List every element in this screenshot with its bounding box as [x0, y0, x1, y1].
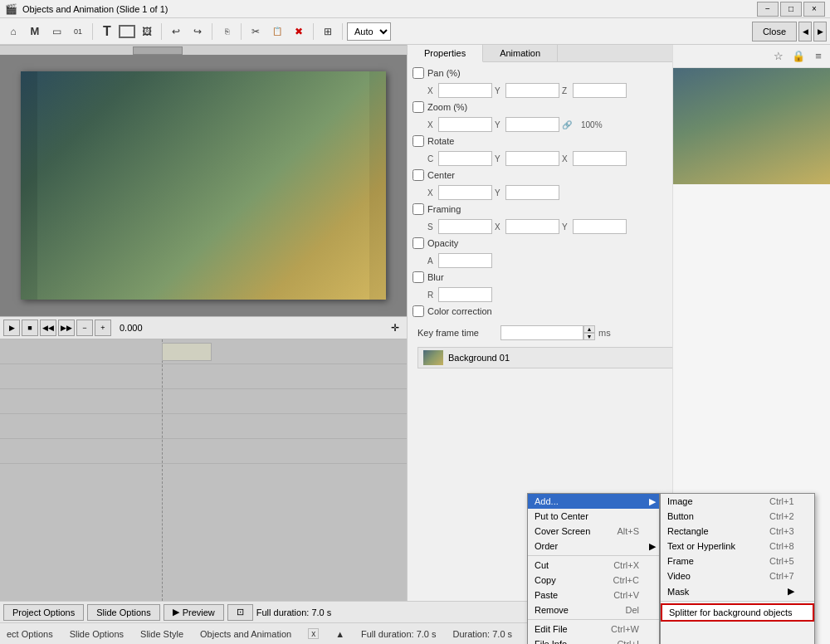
center-y-label: Y — [495, 188, 503, 198]
preview-button[interactable]: ▶ Preview — [164, 604, 224, 621]
status-objects-animation[interactable]: Objects and Animation — [200, 629, 291, 639]
play-button[interactable]: ▶ — [3, 320, 20, 336]
kf-spin-up[interactable]: ▲ — [583, 325, 595, 333]
timeline-cross[interactable]: ✛ — [387, 320, 403, 336]
h-scrollbar[interactable] — [0, 45, 407, 55]
close-button[interactable]: Close — [752, 22, 797, 41]
sm-mask-arrow: ▶ — [788, 586, 794, 597]
cm-edit-file[interactable]: Edit File Ctrl+W — [528, 622, 659, 637]
title-bar: 🎬 Objects and Animation (Slide 1 of 1) −… — [0, 0, 830, 18]
rotate-checkbox[interactable] — [413, 135, 424, 147]
maximize-button[interactable]: □ — [780, 2, 802, 17]
pan-checkbox[interactable] — [413, 67, 424, 79]
status-slide-style[interactable]: Slide Style — [140, 629, 183, 639]
pan-x-input[interactable] — [438, 83, 492, 98]
grid-button[interactable]: ⊞ — [318, 22, 338, 41]
toolbar-code-button[interactable]: 01 — [68, 22, 88, 41]
sm-mask[interactable]: Mask ▶ — [661, 583, 814, 599]
project-options-button[interactable]: Project Options — [3, 604, 84, 621]
blur-label: Blur — [427, 272, 494, 282]
center-x-input[interactable] — [438, 185, 492, 200]
minimize-button[interactable]: − — [757, 2, 779, 17]
opacity-checkbox[interactable] — [413, 237, 424, 249]
sm-button[interactable]: Button Ctrl+2 — [661, 509, 814, 524]
rotate-c-input[interactable] — [438, 151, 492, 166]
cm-put-to-center[interactable]: Put to Center — [528, 509, 659, 524]
lock-icon[interactable]: 🔒 — [790, 48, 807, 65]
pan-y-input[interactable] — [505, 83, 559, 98]
cm-file-info[interactable]: File Info Ctrl+I — [528, 637, 659, 644]
center-checkbox[interactable] — [413, 169, 424, 181]
blur-r-input[interactable] — [438, 287, 492, 302]
zoom-in-button[interactable]: + — [95, 320, 111, 336]
redo-button[interactable]: ↪ — [188, 22, 208, 41]
cm-paste[interactable]: Paste Ctrl+V — [528, 588, 659, 603]
next-button[interactable]: ▶▶ — [58, 320, 75, 336]
status-slide-options[interactable]: Slide Options — [70, 629, 124, 639]
nav-right-button[interactable]: ▶ — [813, 22, 827, 41]
cm-edit-label: Edit File — [535, 624, 568, 634]
status-ect-options[interactable]: ect Options — [7, 629, 53, 639]
kf-input[interactable] — [500, 325, 583, 340]
status-close-tab[interactable]: x — [308, 628, 319, 639]
cm-copy[interactable]: Copy Ctrl+C — [528, 573, 659, 588]
tab-properties[interactable]: Properties — [408, 45, 483, 62]
pan-z-input[interactable] — [573, 83, 627, 98]
sm-frame[interactable]: Frame Ctrl+5 — [661, 554, 814, 568]
zoom-x-input[interactable] — [438, 117, 492, 132]
cm-add[interactable]: Add... ▶ — [528, 494, 659, 509]
status-duration: Duration: 7.0 s — [453, 629, 513, 639]
toolbar-icon1[interactable]: ⌂ — [3, 22, 23, 41]
toolbar-rect-button[interactable]: ▭ — [46, 22, 66, 41]
toolbar-image-button[interactable]: 🖼 — [137, 22, 157, 41]
undo-button[interactable]: ↩ — [166, 22, 186, 41]
framing-checkbox[interactable] — [413, 203, 424, 215]
cm-remove[interactable]: Remove Del — [528, 603, 659, 617]
sm-video[interactable]: Video Ctrl+7 — [661, 568, 814, 583]
preview-toggle-button[interactable]: ⊡ — [227, 604, 253, 621]
auto-dropdown[interactable]: Auto — [347, 22, 391, 41]
cm-order[interactable]: Order ▶ — [528, 539, 659, 554]
cm-cut[interactable]: Cut Ctrl+X — [528, 558, 659, 573]
context-menu: Add... ▶ Put to Center Cover Screen Alt+… — [527, 493, 660, 644]
toolbar-m-button[interactable]: M — [25, 22, 45, 41]
star-icon[interactable]: ☆ — [770, 48, 787, 65]
kf-spin-down[interactable]: ▼ — [583, 333, 595, 340]
cm-cut-label: Cut — [535, 560, 549, 570]
zoom-checkbox[interactable] — [413, 101, 424, 113]
zoom-out-button[interactable]: − — [76, 320, 93, 336]
cm-cover-screen[interactable]: Cover Screen Alt+S — [528, 524, 659, 539]
toolbar-copy2-button[interactable]: ⎘ — [217, 22, 237, 41]
menu-icon[interactable]: ≡ — [810, 48, 827, 65]
nav-left-button[interactable]: ◀ — [798, 22, 812, 41]
framing-x-input[interactable] — [505, 219, 559, 234]
cut-button[interactable]: ✂ — [246, 22, 266, 41]
sm-text-hyperlink[interactable]: Text or Hyperlink Ctrl+8 — [661, 539, 814, 554]
toolbar-frame-button[interactable] — [119, 25, 135, 38]
framing-s-input[interactable] — [438, 219, 492, 234]
cm-fileinfo-label: File Info — [535, 639, 567, 644]
slide-options-button[interactable]: Slide Options — [87, 604, 159, 621]
tab-animation[interactable]: Animation — [483, 45, 558, 61]
preview-label: Preview — [183, 607, 215, 617]
stop-button[interactable]: ■ — [22, 320, 38, 336]
timeline-time: 0.000 — [120, 323, 143, 333]
center-y-input[interactable] — [505, 185, 559, 200]
delete-button[interactable]: ✖ — [289, 22, 309, 41]
framing-y-input[interactable] — [573, 219, 627, 234]
sm-image[interactable]: Image Ctrl+1 — [661, 494, 814, 509]
blur-checkbox[interactable] — [413, 271, 424, 283]
rotate-y-input[interactable] — [505, 151, 559, 166]
toolbar-text-button[interactable]: T — [97, 22, 117, 41]
h-scrollbar-thumb[interactable] — [133, 46, 183, 55]
rotate-x-input[interactable] — [573, 151, 627, 166]
zoom-y-input[interactable] — [505, 117, 559, 132]
color-correction-checkbox[interactable] — [413, 305, 424, 317]
opacity-a-input[interactable] — [438, 253, 492, 268]
prev-button[interactable]: ◀◀ — [40, 320, 56, 336]
sm-rectangle[interactable]: Rectangle Ctrl+3 — [661, 524, 814, 539]
close-window-button[interactable]: × — [803, 2, 825, 17]
cm-order-arrow: ▶ — [649, 541, 656, 552]
sm-splitter[interactable]: Splitter for background objects — [661, 603, 814, 622]
toolbar-copy-button[interactable]: 📋 — [267, 22, 287, 41]
